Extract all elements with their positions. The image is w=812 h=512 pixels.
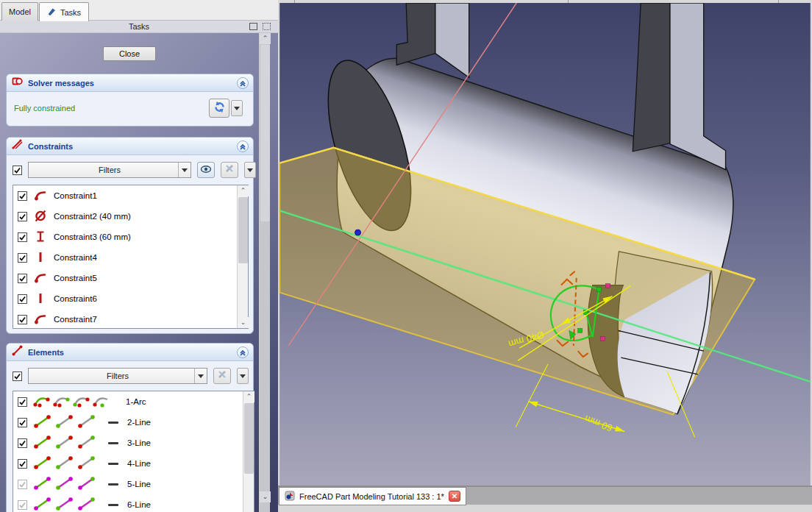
constraints-list: Constraint1 Constraint2 (40 mm) Constrai…	[13, 185, 249, 329]
constraints-header[interactable]: Constraints	[7, 138, 253, 155]
edge-icon	[108, 463, 118, 465]
element-label: 6-Line	[127, 500, 151, 509]
elements-scrollbar[interactable]: ⌃	[243, 391, 254, 512]
panel-scrollbar[interactable]: ⌃ ⌄	[259, 33, 270, 512]
list-item[interactable]: 5-Line	[13, 474, 254, 494]
show-hide-constraints-button[interactable]	[197, 162, 215, 178]
constraints-icon	[11, 138, 24, 154]
scroll-down-icon[interactable]: ⌄	[238, 317, 249, 328]
constraint-label: Constraint4	[54, 253, 97, 262]
constraint-label: Constraint1	[54, 191, 97, 200]
solver-status-text: Fully constrained	[14, 104, 75, 113]
list-item[interactable]: Constraint5	[13, 268, 248, 288]
checkbox[interactable]	[18, 438, 27, 448]
elements-filters-label: Filters	[107, 371, 129, 380]
list-item[interactable]: Constraint1	[13, 185, 248, 206]
solver-messages-section: Solver messages Fully constrained	[6, 74, 254, 127]
elements-icon	[11, 344, 24, 360]
checkbox[interactable]	[18, 212, 27, 221]
diameter-constraint-icon	[33, 210, 48, 224]
element-label: 4-Line	[127, 459, 151, 468]
scroll-down-icon[interactable]: ⌄	[260, 491, 271, 502]
vertical-distance-constraint-icon	[33, 230, 48, 244]
element-settings-button[interactable]	[213, 368, 231, 384]
list-item[interactable]: 4-Line	[13, 453, 254, 474]
settings-dropdown-arrow-icon[interactable]	[244, 162, 256, 178]
close-button[interactable]: Close	[103, 46, 156, 61]
scroll-up-icon[interactable]: ⌃	[260, 33, 271, 44]
document-tab[interactable]: FreeCAD Part Modeling Tutorial 133 : 1* …	[279, 487, 466, 505]
constraint-label: Constraint2 (40 mm)	[54, 212, 131, 221]
checkbox[interactable]	[18, 253, 27, 263]
element-label: 1-Arc	[126, 397, 146, 406]
vertical-constraint-icon	[33, 292, 48, 306]
constraints-filters-select[interactable]: Filters	[28, 162, 191, 178]
constraint-label: Constraint7	[54, 315, 97, 324]
3d-scene[interactable]: Ø40 mm 60 mm	[278, 3, 812, 486]
close-icon[interactable]: ✕	[449, 491, 460, 502]
checkbox[interactable]	[18, 315, 27, 324]
checkbox[interactable]	[18, 459, 27, 469]
element-label: 3-Line	[127, 438, 151, 447]
list-item[interactable]: Constraint6	[13, 288, 248, 309]
list-item[interactable]: Constraint7	[13, 309, 248, 330]
checkbox[interactable]	[18, 418, 27, 427]
element-label: 5-Line	[127, 480, 151, 488]
refresh-button[interactable]	[209, 99, 229, 118]
arc-constraint-icon	[33, 271, 48, 285]
constraint-settings-button[interactable]	[221, 162, 238, 178]
checkbox[interactable]	[18, 191, 27, 201]
list-item[interactable]: 3-Line	[13, 433, 254, 453]
dropdown-arrow-icon	[178, 163, 190, 177]
edge-icon	[108, 483, 118, 486]
settings-dropdown-arrow-icon[interactable]	[237, 368, 249, 384]
list-item[interactable]: 2-Line	[13, 412, 254, 433]
collapse-icon[interactable]	[237, 346, 249, 358]
collapse-icon[interactable]	[237, 141, 249, 152]
vertical-constraint-icon	[33, 251, 48, 265]
elements-header[interactable]: Elements	[7, 344, 253, 361]
origin-point[interactable]	[355, 230, 361, 235]
scroll-up-icon[interactable]: ⌃	[243, 391, 254, 402]
elements-filter-checkbox[interactable]	[13, 371, 22, 381]
edge-icon	[108, 422, 118, 424]
refresh-dropdown-arrow-icon[interactable]	[231, 100, 243, 116]
panel-tabbar: Model Tasks	[0, 0, 278, 21]
arc-constraint-icon	[33, 189, 48, 203]
float-window-icon[interactable]	[263, 23, 271, 30]
list-item[interactable]: Constraint2 (40 mm)	[13, 206, 248, 227]
checkbox[interactable]	[18, 232, 27, 242]
tab-model[interactable]: Model	[1, 2, 38, 21]
list-item[interactable]: Constraint3 (60 mm)	[13, 227, 248, 247]
scroll-up-icon[interactable]: ⌃	[238, 185, 249, 196]
checkbox-disabled	[18, 500, 27, 510]
list-item[interactable]: Constraint4	[13, 247, 248, 268]
solver-messages-header[interactable]: Solver messages	[7, 74, 253, 92]
3d-viewport[interactable]: Ø40 mm 60 mm FreeCAD Part Modeling Tutor…	[278, 0, 812, 512]
list-item[interactable]: 6-Line	[13, 494, 254, 512]
solver-messages-icon	[11, 75, 24, 90]
elements-filters-select[interactable]: Filters	[28, 368, 207, 384]
freecad-document-icon	[285, 491, 295, 502]
dropdown-arrow-icon	[194, 369, 207, 383]
refresh-icon	[213, 101, 226, 116]
checkbox[interactable]	[18, 274, 27, 283]
constraints-scrollbar[interactable]: ⌃ ⌄	[237, 185, 248, 328]
tasks-panel: Model Tasks Tasks Close Solver messages	[0, 0, 278, 512]
tab-tasks[interactable]: Tasks	[39, 2, 89, 21]
element-label: 2-Line	[127, 418, 151, 427]
tasks-tab-label: Tasks	[60, 8, 81, 17]
settings-icon	[224, 163, 235, 177]
constraints-filter-checkbox[interactable]	[13, 166, 22, 175]
elements-title: Elements	[28, 348, 232, 357]
checkbox[interactable]	[18, 294, 27, 304]
panel-title: Tasks	[129, 22, 149, 31]
dock-icon[interactable]	[249, 23, 257, 30]
collapse-icon[interactable]	[237, 77, 249, 89]
arc-constraint-icon	[33, 313, 48, 327]
checkbox[interactable]	[18, 397, 27, 407]
solver-messages-title: Solver messages	[28, 79, 232, 88]
eye-icon	[200, 163, 212, 177]
model-tab-label: Model	[9, 7, 31, 16]
list-item[interactable]: 1-Arc	[13, 391, 254, 412]
